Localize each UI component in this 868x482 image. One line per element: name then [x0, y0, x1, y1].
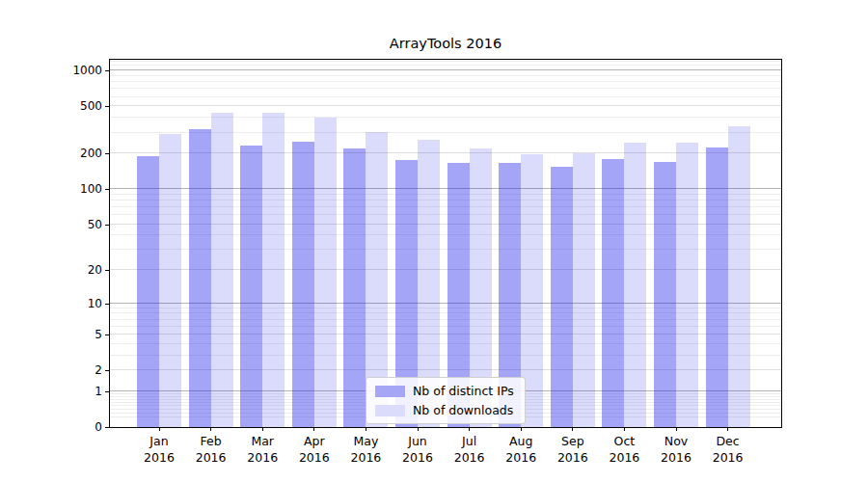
y-tick-label-0: 0: [0, 420, 102, 434]
bar-downloads-nov: [676, 143, 698, 427]
bar-distinct-ips-mar: [240, 146, 262, 427]
gridline-minor: [110, 81, 781, 82]
x-tick-mark: [521, 427, 522, 431]
chart: ArrayTools 2016 10005002001005020105210 …: [0, 0, 868, 482]
y-tick-label-50: 50: [0, 218, 102, 231]
y-tick-label-500: 500: [0, 99, 102, 113]
y-tick-label-100: 100: [0, 182, 102, 196]
bar-distinct-ips-may: [343, 148, 366, 427]
x-tick-mark: [469, 427, 470, 431]
bar-downloads-apr: [314, 118, 337, 427]
gridline-minor: [110, 75, 781, 76]
x-tick-mark: [572, 427, 573, 431]
x-tick-mark: [727, 427, 728, 431]
legend-swatch-downloads-icon: [375, 405, 405, 416]
y-tick-label-200: 200: [0, 147, 102, 160]
y-tick-label-1000: 1000: [0, 64, 102, 77]
plot-area: [109, 59, 782, 428]
y-tick-label-5: 5: [0, 328, 102, 341]
legend-item-distinct-ips: Nb of distinct IPs: [375, 384, 517, 398]
x-tick-label-dec: Dec2016: [697, 433, 759, 466]
legend: Nb of distinct IPs Nb of downloads: [366, 377, 526, 424]
gridline-minor: [110, 88, 781, 89]
y-tick-label-20: 20: [0, 263, 102, 277]
bar-distinct-ips-apr: [292, 142, 314, 427]
bar-downloads-sep: [573, 153, 595, 428]
bar-downloads-oct: [624, 143, 646, 427]
gridline-minor: [110, 65, 781, 66]
x-tick-mark: [676, 427, 677, 431]
gridline-500: [110, 105, 781, 106]
bar-distinct-ips-jan: [137, 156, 159, 427]
legend-label-distinct-ips: Nb of distinct IPs: [413, 384, 514, 398]
bar-distinct-ips-oct: [602, 159, 624, 427]
bar-downloads-feb: [211, 113, 233, 427]
bar-downloads-dec: [728, 126, 750, 427]
y-tick-label-1: 1: [0, 385, 102, 398]
y-tick-label-10: 10: [0, 297, 102, 310]
bar-distinct-ips-dec: [706, 147, 728, 427]
bar-downloads-mar: [262, 113, 285, 427]
bar-distinct-ips-sep: [551, 167, 573, 427]
x-tick-mark: [418, 427, 419, 431]
x-tick-mark: [262, 427, 263, 431]
gridline-minor: [110, 96, 781, 97]
legend-item-downloads: Nb of downloads: [375, 403, 517, 417]
legend-swatch-distinct-ips-icon: [375, 386, 405, 397]
y-tick-label-2: 2: [0, 363, 102, 377]
x-tick-mark: [159, 427, 160, 431]
gridline-minor: [110, 61, 781, 62]
x-tick-mark: [313, 427, 314, 431]
legend-label-downloads: Nb of downloads: [413, 403, 513, 417]
bar-distinct-ips-feb: [189, 129, 211, 427]
gridline-1000: [110, 69, 781, 70]
x-tick-mark: [210, 427, 211, 431]
chart-title: ArrayTools 2016: [110, 36, 781, 51]
x-tick-mark: [366, 427, 366, 431]
bar-distinct-ips-nov: [654, 162, 676, 427]
bar-downloads-jan: [159, 134, 181, 428]
x-tick-mark: [624, 427, 625, 431]
